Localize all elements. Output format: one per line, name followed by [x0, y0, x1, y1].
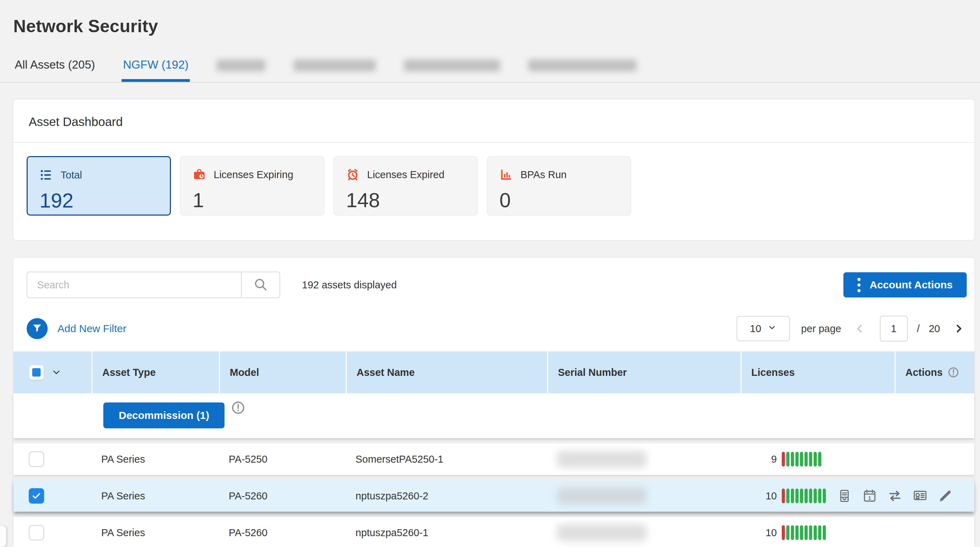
actions-info-icon[interactable]	[947, 366, 959, 378]
license-count: 10	[740, 490, 777, 502]
table-row: PA Series PA-5260 nptuszpa5260-1 10	[13, 517, 974, 547]
license-bar-green	[786, 488, 789, 503]
row-divider	[13, 512, 974, 517]
page-separator: /	[917, 323, 920, 335]
decommission-button[interactable]: Decommission (1)	[103, 403, 224, 428]
alarm-clock-icon	[346, 168, 360, 181]
card-bpas-run[interactable]: BPAs Run 0	[487, 156, 631, 216]
cell-asset-type: PA Series	[91, 490, 219, 502]
edit-icon[interactable]	[938, 488, 953, 503]
header-model[interactable]: Model	[219, 351, 346, 393]
search-input[interactable]	[27, 271, 241, 298]
license-count: 10	[740, 527, 777, 539]
assets-table: Asset Type Model Asset Name Serial Numbe…	[13, 351, 974, 547]
header-actions: Actions	[905, 367, 942, 378]
card-licenses-expiring[interactable]: Licenses Expiring 1	[180, 156, 325, 216]
row-divider	[13, 475, 974, 480]
select-all-checkbox[interactable]	[29, 365, 44, 380]
card-label: Licenses Expiring	[214, 169, 293, 181]
tab-blurred-2[interactable]	[292, 60, 377, 82]
table-toolbar: 192 assets displayed Account Actions	[13, 271, 974, 298]
assets-displayed-text: 192 assets displayed	[302, 279, 397, 291]
row-divider	[13, 438, 974, 443]
account-actions-button[interactable]: Account Actions	[843, 272, 967, 298]
card-value: 0	[500, 188, 630, 212]
header-asset-type[interactable]: Asset Type	[91, 351, 219, 393]
card-label: BPAs Run	[520, 169, 567, 181]
chat-widget-fragment[interactable]	[0, 526, 6, 547]
row-checkbox[interactable]	[29, 525, 44, 541]
bar-chart-icon	[500, 168, 513, 181]
asset-dashboard-panel: Asset Dashboard Total 192 Licenses Expir…	[13, 99, 975, 241]
page-title: Network Security	[0, 0, 980, 36]
search-icon	[253, 277, 268, 293]
cell-asset-name: nptuszpa5260-1	[346, 527, 547, 539]
certificate-icon[interactable]	[913, 488, 928, 503]
license-bar-green	[818, 488, 821, 503]
row-checkbox-checked[interactable]	[29, 488, 44, 504]
license-bars	[782, 488, 826, 503]
header-licenses[interactable]: Licenses	[740, 351, 894, 393]
network-security-page: Network Security All Assets (205) NGFW (…	[0, 0, 980, 547]
license-bar-green	[805, 525, 808, 540]
card-label: Licenses Expired	[367, 169, 444, 181]
per-page-label: per page	[801, 323, 841, 335]
serial-number-redacted	[557, 524, 647, 541]
license-bar-green	[818, 525, 821, 540]
search-group	[27, 271, 280, 298]
decommission-info-icon[interactable]	[231, 400, 245, 415]
serial-number-redacted	[557, 487, 647, 504]
prev-page-icon[interactable]	[854, 323, 866, 335]
tab-all-assets[interactable]: All Assets (205)	[13, 58, 96, 82]
license-bar-green	[823, 525, 826, 540]
svg-text:1: 1	[868, 495, 871, 501]
blurred-text	[528, 60, 637, 71]
tab-blurred-3[interactable]	[402, 60, 501, 82]
per-page-select[interactable]: 10	[737, 316, 790, 341]
blurred-text	[294, 60, 376, 71]
header-serial-number[interactable]: Serial Number	[547, 351, 740, 393]
tab-blurred-4[interactable]	[527, 60, 638, 82]
license-bar-green	[800, 525, 803, 540]
license-bars	[782, 452, 821, 466]
cell-model: PA-5260	[219, 527, 346, 539]
license-count: 9	[740, 453, 777, 465]
next-page-icon[interactable]	[953, 323, 964, 335]
search-button[interactable]	[241, 271, 280, 298]
transfer-icon[interactable]	[888, 488, 902, 503]
blurred-text	[404, 60, 500, 71]
header-asset-name[interactable]: Asset Name	[346, 351, 547, 393]
card-value: 1	[192, 188, 324, 212]
card-licenses-expired[interactable]: Licenses Expired 148	[333, 156, 478, 216]
license-bar-green	[791, 525, 794, 540]
license-bar-green	[818, 452, 821, 466]
license-bar-green	[809, 488, 812, 503]
briefcase-clock-icon	[192, 168, 206, 181]
card-total[interactable]: Total 192	[27, 156, 171, 216]
cell-asset-name: SomersetPA5250-1	[346, 453, 547, 465]
license-bar-green	[800, 488, 803, 503]
filter-button[interactable]	[27, 318, 48, 339]
kebab-icon	[858, 278, 861, 292]
card-value: 192	[40, 189, 170, 212]
license-bar-green	[786, 525, 789, 540]
card-label: Total	[60, 170, 82, 181]
add-new-filter-link[interactable]: Add New Filter	[57, 323, 126, 335]
asset-dashboard-title: Asset Dashboard	[13, 99, 974, 143]
cell-asset-type: PA Series	[91, 527, 219, 539]
license-bar-green	[795, 525, 799, 540]
tab-blurred-1[interactable]	[215, 60, 267, 82]
license-bar-green	[805, 452, 808, 466]
tab-ngfw[interactable]: NGFW (192)	[121, 58, 190, 82]
cell-asset-type: PA Series	[91, 453, 219, 465]
row-checkbox[interactable]	[29, 452, 44, 467]
calendar-icon[interactable]: 1	[862, 488, 877, 503]
license-bar-green	[791, 452, 794, 466]
filter-row: Add New Filter 10 per page / 20	[13, 298, 974, 342]
current-page-input[interactable]	[880, 316, 908, 342]
license-bar-green	[814, 488, 817, 503]
select-menu-chevron-icon[interactable]	[51, 367, 62, 377]
device-summary-icon[interactable]	[837, 488, 852, 503]
cell-model: PA-5250	[219, 453, 346, 465]
license-bar-green	[814, 452, 817, 466]
